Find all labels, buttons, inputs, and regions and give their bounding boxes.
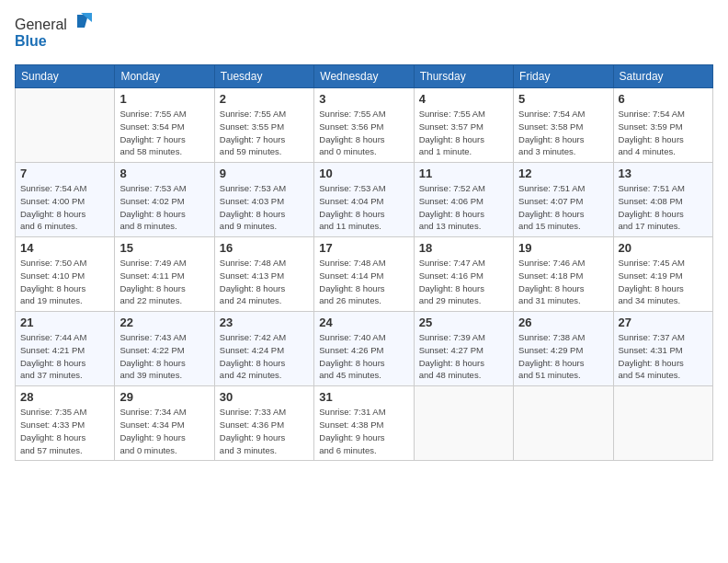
header: General Blue [15, 11, 713, 57]
day-info: Sunrise: 7:40 AMSunset: 4:26 PMDaylight:… [319, 331, 408, 382]
day-info: Sunrise: 7:45 AMSunset: 4:19 PMDaylight:… [619, 257, 708, 307]
calendar-cell: 12Sunrise: 7:51 AMSunset: 4:07 PMDayligh… [514, 163, 613, 237]
calendar-cell: 13Sunrise: 7:51 AMSunset: 4:08 PMDayligh… [613, 163, 712, 237]
day-header-wednesday: Wednesday [314, 65, 414, 88]
day-info: Sunrise: 7:48 AMSunset: 4:14 PMDaylight:… [319, 257, 408, 307]
calendar-cell [16, 88, 115, 163]
calendar-cell: 30Sunrise: 7:33 AMSunset: 4:36 PMDayligh… [214, 386, 313, 461]
logo: General Blue [15, 11, 116, 57]
day-number: 11 [419, 167, 508, 180]
calendar-cell: 22Sunrise: 7:43 AMSunset: 4:22 PMDayligh… [115, 312, 214, 386]
day-info: Sunrise: 7:49 AMSunset: 4:11 PMDaylight:… [119, 257, 209, 307]
calendar-cell: 17Sunrise: 7:48 AMSunset: 4:14 PMDayligh… [314, 237, 414, 312]
calendar-cell: 29Sunrise: 7:34 AMSunset: 4:34 PMDayligh… [115, 386, 214, 461]
day-info: Sunrise: 7:55 AMSunset: 3:54 PMDaylight:… [119, 108, 209, 158]
week-row-4: 21Sunrise: 7:44 AMSunset: 4:21 PMDayligh… [16, 312, 713, 386]
day-number: 2 [220, 92, 309, 106]
week-row-1: 1Sunrise: 7:55 AMSunset: 3:54 PMDaylight… [16, 88, 713, 163]
day-number: 6 [619, 92, 708, 106]
day-number: 8 [119, 167, 209, 180]
day-info: Sunrise: 7:54 AMSunset: 3:59 PMDaylight:… [619, 108, 708, 158]
calendar-cell [613, 386, 712, 461]
calendar-cell: 19Sunrise: 7:46 AMSunset: 4:18 PMDayligh… [514, 237, 613, 312]
day-header-monday: Monday [115, 65, 214, 88]
day-number: 17 [319, 241, 408, 255]
day-info: Sunrise: 7:52 AMSunset: 4:06 PMDaylight:… [419, 182, 508, 233]
calendar-cell: 31Sunrise: 7:31 AMSunset: 4:38 PMDayligh… [314, 386, 414, 461]
day-info: Sunrise: 7:53 AMSunset: 4:04 PMDaylight:… [319, 182, 408, 233]
week-row-5: 28Sunrise: 7:35 AMSunset: 4:33 PMDayligh… [16, 386, 713, 461]
calendar-cell: 4Sunrise: 7:55 AMSunset: 3:57 PMDaylight… [414, 88, 513, 163]
week-row-3: 14Sunrise: 7:50 AMSunset: 4:10 PMDayligh… [16, 237, 713, 312]
logo-text: General Blue [15, 11, 116, 57]
day-number: 24 [319, 316, 408, 329]
day-number: 26 [518, 316, 608, 329]
calendar-cell: 28Sunrise: 7:35 AMSunset: 4:33 PMDayligh… [16, 386, 115, 461]
day-info: Sunrise: 7:33 AMSunset: 4:36 PMDaylight:… [220, 406, 309, 456]
day-number: 10 [319, 167, 408, 180]
day-info: Sunrise: 7:39 AMSunset: 4:27 PMDaylight:… [419, 331, 508, 382]
day-info: Sunrise: 7:50 AMSunset: 4:10 PMDaylight:… [20, 257, 109, 307]
day-number: 28 [20, 390, 109, 404]
logo-svg: General Blue [15, 11, 116, 53]
day-info: Sunrise: 7:51 AMSunset: 4:07 PMDaylight:… [518, 182, 608, 233]
day-header-thursday: Thursday [414, 65, 513, 88]
page-container: General Blue SundayMondayTuesdayWednesda… [0, 0, 728, 468]
calendar-cell: 9Sunrise: 7:53 AMSunset: 4:03 PMDaylight… [214, 163, 313, 237]
calendar-cell: 25Sunrise: 7:39 AMSunset: 4:27 PMDayligh… [414, 312, 513, 386]
calendar-cell: 14Sunrise: 7:50 AMSunset: 4:10 PMDayligh… [16, 237, 115, 312]
day-number: 25 [419, 316, 508, 329]
day-number: 21 [20, 316, 109, 329]
day-number: 15 [119, 241, 209, 255]
day-number: 12 [518, 167, 608, 180]
day-number: 22 [119, 316, 209, 329]
calendar-cell: 21Sunrise: 7:44 AMSunset: 4:21 PMDayligh… [16, 312, 115, 386]
day-header-sunday: Sunday [16, 65, 115, 88]
day-number: 5 [518, 92, 608, 106]
calendar-cell: 8Sunrise: 7:53 AMSunset: 4:02 PMDaylight… [115, 163, 214, 237]
calendar-cell: 5Sunrise: 7:54 AMSunset: 3:58 PMDaylight… [514, 88, 613, 163]
day-info: Sunrise: 7:43 AMSunset: 4:22 PMDaylight:… [119, 331, 209, 382]
day-info: Sunrise: 7:55 AMSunset: 3:55 PMDaylight:… [220, 108, 309, 158]
calendar-cell: 1Sunrise: 7:55 AMSunset: 3:54 PMDaylight… [115, 88, 214, 163]
day-number: 18 [419, 241, 508, 255]
day-number: 30 [220, 390, 309, 404]
calendar-cell: 6Sunrise: 7:54 AMSunset: 3:59 PMDaylight… [613, 88, 712, 163]
day-info: Sunrise: 7:51 AMSunset: 4:08 PMDaylight:… [619, 182, 708, 233]
day-info: Sunrise: 7:46 AMSunset: 4:18 PMDaylight:… [518, 257, 608, 307]
day-number: 20 [619, 241, 708, 255]
day-info: Sunrise: 7:54 AMSunset: 4:00 PMDaylight:… [20, 182, 109, 233]
week-row-2: 7Sunrise: 7:54 AMSunset: 4:00 PMDaylight… [16, 163, 713, 237]
svg-text:Blue: Blue [15, 33, 47, 49]
day-info: Sunrise: 7:55 AMSunset: 3:56 PMDaylight:… [319, 108, 408, 158]
calendar-cell: 27Sunrise: 7:37 AMSunset: 4:31 PMDayligh… [613, 312, 712, 386]
day-number: 14 [20, 241, 109, 255]
calendar-cell: 20Sunrise: 7:45 AMSunset: 4:19 PMDayligh… [613, 237, 712, 312]
day-info: Sunrise: 7:35 AMSunset: 4:33 PMDaylight:… [20, 406, 109, 456]
day-info: Sunrise: 7:37 AMSunset: 4:31 PMDaylight:… [619, 331, 708, 382]
day-info: Sunrise: 7:44 AMSunset: 4:21 PMDaylight:… [20, 331, 109, 382]
calendar-cell: 2Sunrise: 7:55 AMSunset: 3:55 PMDaylight… [214, 88, 313, 163]
day-info: Sunrise: 7:55 AMSunset: 3:57 PMDaylight:… [419, 108, 508, 158]
day-number: 7 [20, 167, 109, 180]
day-number: 16 [220, 241, 309, 255]
calendar-table: SundayMondayTuesdayWednesdayThursdayFrid… [15, 64, 713, 461]
calendar-cell: 3Sunrise: 7:55 AMSunset: 3:56 PMDaylight… [314, 88, 414, 163]
day-info: Sunrise: 7:42 AMSunset: 4:24 PMDaylight:… [220, 331, 309, 382]
day-number: 13 [619, 167, 708, 180]
day-number: 4 [419, 92, 508, 106]
day-number: 27 [619, 316, 708, 329]
calendar-cell [514, 386, 613, 461]
day-info: Sunrise: 7:53 AMSunset: 4:02 PMDaylight:… [119, 182, 209, 233]
calendar-cell: 7Sunrise: 7:54 AMSunset: 4:00 PMDaylight… [16, 163, 115, 237]
day-info: Sunrise: 7:31 AMSunset: 4:38 PMDaylight:… [319, 406, 408, 456]
day-number: 29 [119, 390, 209, 404]
day-header-friday: Friday [514, 65, 613, 88]
calendar-cell [414, 386, 513, 461]
day-number: 19 [518, 241, 608, 255]
day-info: Sunrise: 7:53 AMSunset: 4:03 PMDaylight:… [220, 182, 309, 233]
calendar-cell: 11Sunrise: 7:52 AMSunset: 4:06 PMDayligh… [414, 163, 513, 237]
day-number: 31 [319, 390, 408, 404]
calendar-cell: 10Sunrise: 7:53 AMSunset: 4:04 PMDayligh… [314, 163, 414, 237]
day-number: 23 [220, 316, 309, 329]
